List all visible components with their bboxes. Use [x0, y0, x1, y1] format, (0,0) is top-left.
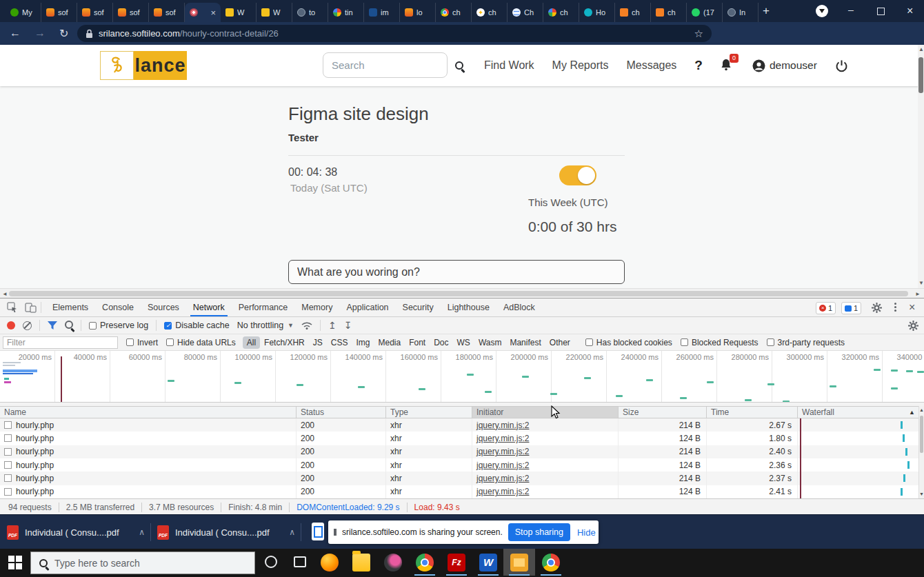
scroll-up-icon[interactable]: ▲: [918, 46, 924, 52]
page-horizontal-scrollbar[interactable]: ◄ ►: [0, 288, 924, 298]
initiator-link[interactable]: jquery.min.js:2: [476, 447, 529, 456]
column-header-status[interactable]: Status: [297, 407, 386, 418]
throttling-dropdown[interactable]: No throttling▼: [237, 321, 294, 330]
browser-tab[interactable]: ch ×: [651, 3, 687, 22]
scroll-right-icon[interactable]: ►: [915, 291, 921, 297]
filter-chip[interactable]: Doc: [430, 336, 452, 349]
address-bar[interactable]: srilance.softileo.com/hourly-contract-de…: [77, 25, 712, 42]
scrollbar-thumb[interactable]: [918, 57, 923, 93]
filter-chip[interactable]: Other: [545, 336, 574, 349]
column-header-size[interactable]: Size: [619, 407, 707, 418]
filter-chip[interactable]: CSS: [327, 336, 352, 349]
device-toolbar-icon[interactable]: [25, 303, 37, 313]
search-icon[interactable]: [455, 60, 463, 72]
network-table-row[interactable]: hourly.php 200 xhr jquery.min.js:2 124 B…: [0, 485, 918, 498]
devtools-tab[interactable]: Memory: [294, 298, 339, 316]
has-blocked-cookies-checkbox[interactable]: Has blocked cookies: [585, 338, 672, 347]
filter-chip[interactable]: Fetch/XHR: [260, 336, 309, 349]
network-overview-timeline[interactable]: 20000 ms40000 ms60000 ms80000 ms100000 m…: [0, 351, 924, 403]
scroll-left-icon[interactable]: ◄: [2, 291, 8, 297]
initiator-link[interactable]: jquery.min.js:2: [476, 460, 529, 470]
filter-chip[interactable]: WS: [453, 336, 474, 349]
initiator-link[interactable]: jquery.min.js:2: [476, 474, 529, 483]
browser-tab[interactable]: W ×: [221, 3, 257, 22]
devtools-tab[interactable]: Elements: [46, 298, 95, 316]
taskbar-app-firefox[interactable]: [314, 549, 345, 576]
browser-tab[interactable]: ch ×: [472, 3, 508, 22]
filter-chip[interactable]: Media: [374, 336, 405, 349]
preserve-log-checkbox[interactable]: Preserve log: [89, 321, 148, 330]
filter-chip[interactable]: All: [243, 336, 260, 349]
download-menu-chevron-icon[interactable]: ∧: [289, 527, 295, 537]
scroll-down-icon[interactable]: ▼: [918, 280, 924, 286]
initiator-link[interactable]: jquery.min.js:2: [476, 434, 529, 443]
taskbar-app-explorer[interactable]: [345, 549, 377, 576]
pause-sharing-icon[interactable]: [334, 529, 337, 536]
timer-toggle[interactable]: [559, 165, 596, 185]
notifications-bell-icon[interactable]: 0: [721, 59, 734, 72]
column-header-initiator[interactable]: Initiator: [472, 407, 619, 418]
taskbar-search-box[interactable]: Type here to search: [30, 551, 255, 574]
network-table-row[interactable]: hourly.php 200 xhr jquery.min.js:2 214 B…: [0, 418, 918, 432]
blocked-requests-checkbox[interactable]: Blocked Requests: [681, 338, 759, 347]
browser-tab[interactable]: Ch ×: [508, 3, 543, 22]
devtools-tab[interactable]: Sources: [141, 298, 186, 316]
network-table-row[interactable]: hourly.php 200 xhr jquery.min.js:2 214 B…: [0, 472, 918, 485]
network-filter-input[interactable]: [3, 336, 118, 349]
devtools-tab[interactable]: Console: [95, 298, 141, 316]
devtools-tab[interactable]: Network: [186, 298, 232, 316]
hide-data-urls-checkbox[interactable]: Hide data URLs: [166, 338, 236, 347]
filter-funnel-icon[interactable]: [48, 321, 57, 330]
scroll-down-icon[interactable]: ▼: [919, 492, 924, 496]
scrollbar-thumb[interactable]: [9, 291, 908, 296]
export-har-icon[interactable]: ↧: [344, 322, 352, 329]
start-button[interactable]: [8, 556, 22, 569]
back-button[interactable]: ←: [10, 27, 21, 39]
browser-tab[interactable]: tin ×: [328, 3, 364, 22]
initiator-link[interactable]: jquery.min.js:2: [476, 487, 529, 496]
import-har-icon[interactable]: ↥: [328, 322, 337, 329]
task-view-icon[interactable]: [294, 556, 306, 567]
browser-tab[interactable]: sof ×: [113, 3, 149, 22]
search-network-icon[interactable]: [65, 321, 73, 331]
inspect-element-icon[interactable]: [7, 302, 18, 313]
nav-link[interactable]: My Reports: [552, 59, 609, 72]
network-settings-gear-icon[interactable]: [908, 321, 918, 331]
disable-cache-checkbox[interactable]: Disable cache: [164, 321, 230, 330]
sort-ascending-icon[interactable]: ▲: [909, 409, 915, 416]
browser-tab[interactable]: Ho ×: [579, 3, 615, 22]
browser-tab[interactable]: to ×: [292, 3, 328, 22]
table-scrollbar[interactable]: ▲ ▼: [918, 406, 924, 498]
column-header-time[interactable]: Time: [707, 407, 798, 418]
window-close-button[interactable]: ×: [907, 5, 913, 17]
window-maximize-button[interactable]: [877, 8, 885, 15]
browser-tab[interactable]: ch ×: [615, 3, 651, 22]
devtools-tab[interactable]: Lighthouse: [441, 298, 496, 316]
devtools-menu-kebab-icon[interactable]: [894, 303, 896, 305]
filter-chip[interactable]: Manifest: [505, 336, 545, 349]
initiator-link[interactable]: jquery.min.js:2: [476, 421, 529, 430]
site-search-input[interactable]: [323, 52, 448, 78]
taskbar-app-word[interactable]: W: [472, 549, 504, 576]
record-network-log-icon[interactable]: [7, 321, 15, 330]
devtools-close-icon[interactable]: ×: [909, 301, 915, 314]
reload-button[interactable]: ↻: [59, 27, 68, 40]
browser-tab[interactable]: sof ×: [77, 3, 113, 22]
browser-tab[interactable]: W ×: [257, 3, 292, 22]
devtools-tab[interactable]: Security: [396, 298, 441, 316]
page-vertical-scrollbar[interactable]: ▲ ▼: [918, 45, 924, 288]
browser-tab[interactable]: im ×: [364, 3, 400, 22]
browser-tab[interactable]: sof ×: [41, 3, 77, 22]
cortana-icon[interactable]: [265, 556, 277, 568]
browser-tab[interactable]: sof ×: [149, 3, 185, 22]
new-tab-button[interactable]: +: [763, 6, 770, 17]
network-table-row[interactable]: hourly.php 200 xhr jquery.min.js:2 124 B…: [0, 432, 918, 445]
taskbar-app-filezilla[interactable]: Fz: [441, 549, 472, 576]
taskbar-app-folder[interactable]: [503, 549, 535, 576]
tab-close-icon[interactable]: ×: [210, 8, 216, 18]
column-header-name[interactable]: Name: [0, 407, 297, 418]
devtools-tab[interactable]: AdBlock: [496, 298, 542, 316]
browser-tab[interactable]: (17 ×: [687, 3, 723, 22]
invert-checkbox[interactable]: Invert: [126, 338, 158, 347]
taskbar-app-dark[interactable]: [377, 549, 409, 576]
